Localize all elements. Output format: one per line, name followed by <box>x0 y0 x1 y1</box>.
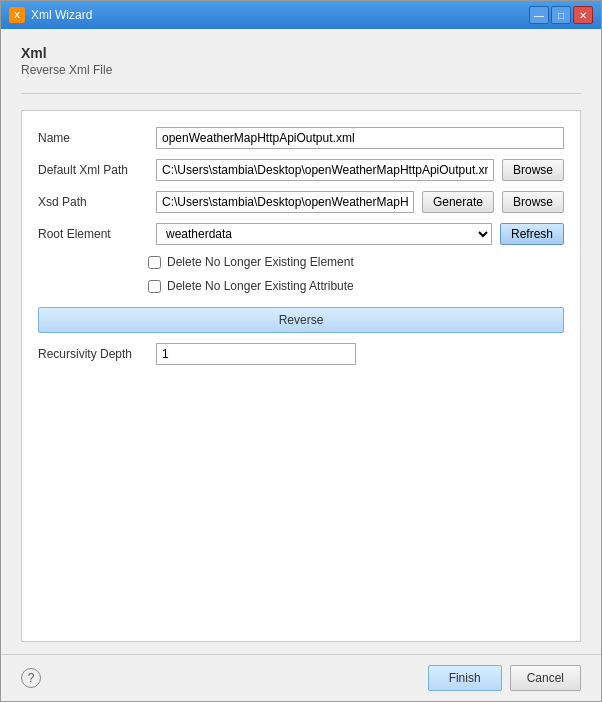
delete-element-label: Delete No Longer Existing Element <box>167 255 354 269</box>
root-element-select[interactable]: weatherdata <box>156 223 492 245</box>
content-area: Xml Reverse Xml File Name Default Xml Pa… <box>1 29 601 654</box>
name-row: Name <box>38 127 564 149</box>
xsd-path-label: Xsd Path <box>38 195 148 209</box>
divider <box>21 93 581 94</box>
recursivity-depth-label: Recursivity Depth <box>38 347 148 361</box>
form-area: Name Default Xml Path Browse Xsd Path Ge… <box>21 110 581 642</box>
window-icon: X <box>9 7 25 23</box>
window-title: Xml Wizard <box>31 8 92 22</box>
page-title: Xml <box>21 45 581 61</box>
close-button[interactable]: ✕ <box>573 6 593 24</box>
recursivity-row: Recursivity Depth <box>38 343 564 365</box>
title-controls: — □ ✕ <box>529 6 593 24</box>
bottom-bar: ? Finish Cancel <box>1 654 601 701</box>
browse-button-2[interactable]: Browse <box>502 191 564 213</box>
spacer <box>38 375 564 625</box>
name-input[interactable] <box>156 127 564 149</box>
root-element-row: Root Element weatherdata Refresh <box>38 223 564 245</box>
maximize-button[interactable]: □ <box>551 6 571 24</box>
name-label: Name <box>38 131 148 145</box>
refresh-button[interactable]: Refresh <box>500 223 564 245</box>
xml-wizard-window: X Xml Wizard — □ ✕ Xml Reverse Xml File … <box>0 0 602 702</box>
reverse-row: Reverse <box>38 303 564 333</box>
minimize-button[interactable]: — <box>529 6 549 24</box>
finish-button[interactable]: Finish <box>428 665 502 691</box>
delete-element-row: Delete No Longer Existing Element <box>38 255 564 269</box>
root-element-label: Root Element <box>38 227 148 241</box>
xsd-path-row: Xsd Path Generate Browse <box>38 191 564 213</box>
recursivity-depth-input[interactable] <box>156 343 356 365</box>
generate-button[interactable]: Generate <box>422 191 494 213</box>
xsd-path-input[interactable] <box>156 191 414 213</box>
default-xml-path-input[interactable] <box>156 159 494 181</box>
cancel-button[interactable]: Cancel <box>510 665 581 691</box>
browse-button-1[interactable]: Browse <box>502 159 564 181</box>
delete-attribute-checkbox[interactable] <box>148 280 161 293</box>
page-subtitle: Reverse Xml File <box>21 63 581 77</box>
default-xml-path-row: Default Xml Path Browse <box>38 159 564 181</box>
default-xml-path-label: Default Xml Path <box>38 163 148 177</box>
help-button[interactable]: ? <box>21 668 41 688</box>
bottom-buttons: Finish Cancel <box>428 665 581 691</box>
delete-attribute-label: Delete No Longer Existing Attribute <box>167 279 354 293</box>
title-bar-left: X Xml Wizard <box>9 7 92 23</box>
title-bar: X Xml Wizard — □ ✕ <box>1 1 601 29</box>
delete-element-checkbox[interactable] <box>148 256 161 269</box>
delete-attribute-row: Delete No Longer Existing Attribute <box>38 279 564 293</box>
reverse-button[interactable]: Reverse <box>38 307 564 333</box>
